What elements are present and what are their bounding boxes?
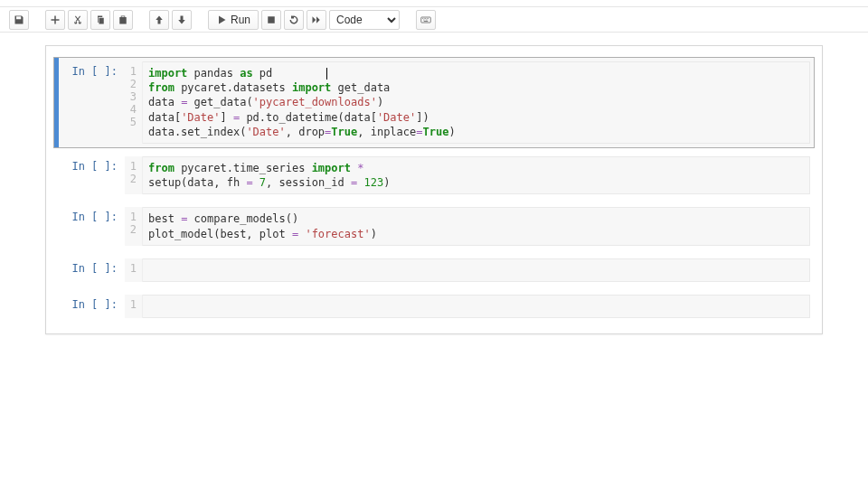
insert-cell-button[interactable] <box>45 10 65 30</box>
code-line: data = get_data('pycaret_downloads') <box>148 95 804 109</box>
input-prompt: In [ ]: <box>54 258 125 282</box>
cut-cell-button[interactable] <box>68 10 88 30</box>
code-line: plot_model(best, plot = 'forecast') <box>148 227 804 241</box>
copy-icon <box>95 14 106 25</box>
play-icon <box>216 14 227 25</box>
svg-rect-0 <box>268 16 275 23</box>
paste-cell-button[interactable] <box>113 10 133 30</box>
code-editor[interactable] <box>143 258 810 282</box>
code-line: data.set_index('Date', drop=True, inplac… <box>148 125 804 139</box>
code-line: from pycaret.datasets import get_data <box>148 80 804 95</box>
code-line: data['Date'] = pd.to_datetime(data['Date… <box>148 110 804 125</box>
restart-icon <box>288 14 299 25</box>
code-cell[interactable]: In [ ]:1 <box>53 290 815 323</box>
keyboard-icon <box>420 14 431 25</box>
input-prompt: In [ ]: <box>54 61 125 144</box>
code-line: setup(data, fh = 7, session_id = 123) <box>148 175 804 190</box>
copy-cell-button[interactable] <box>90 10 110 30</box>
menubar <box>0 0 868 7</box>
input-prompt: In [ ]: <box>54 207 125 245</box>
code-cell[interactable]: In [ ]:12345import pandas as pdfrom pyca… <box>53 57 815 148</box>
move-down-button[interactable] <box>172 10 192 30</box>
plus-icon <box>50 14 61 25</box>
notebook-container: In [ ]:12345import pandas as pdfrom pyca… <box>45 45 823 334</box>
line-number-gutter: 1 <box>125 258 143 282</box>
code-editor[interactable]: import pandas as pdfrom pycaret.datasets… <box>143 61 810 144</box>
code-cell[interactable]: In [ ]:12best = compare_models()plot_mod… <box>53 202 815 249</box>
code-cell[interactable]: In [ ]:12from pycaret.time_series import… <box>53 152 815 199</box>
command-palette-button[interactable] <box>416 10 436 30</box>
save-button[interactable] <box>9 10 29 30</box>
notebook-page: In [ ]:12345import pandas as pdfrom pyca… <box>0 33 868 347</box>
code-line: from pycaret.time_series import * <box>148 161 804 175</box>
stop-icon <box>266 14 277 25</box>
save-icon <box>14 14 24 25</box>
run-label: Run <box>231 14 250 26</box>
toolbar: Run Code Markdown Raw NBConvert Heading <box>0 7 868 33</box>
interrupt-button[interactable] <box>261 10 281 30</box>
code-line <box>148 263 804 277</box>
fast-forward-icon <box>311 14 322 25</box>
code-line <box>148 299 804 314</box>
paste-icon <box>118 14 128 25</box>
input-prompt: In [ ]: <box>54 156 125 194</box>
code-editor[interactable] <box>143 295 810 318</box>
restart-run-all-button[interactable] <box>307 10 326 30</box>
line-number-gutter: 12345 <box>125 61 143 144</box>
arrow-down-icon <box>176 14 187 25</box>
move-up-button[interactable] <box>149 10 169 30</box>
code-cell[interactable]: In [ ]:1 <box>53 254 815 286</box>
arrow-up-icon <box>154 14 165 25</box>
line-number-gutter: 12 <box>125 156 143 194</box>
code-editor[interactable]: from pycaret.time_series import *setup(d… <box>143 156 810 194</box>
line-number-gutter: 12 <box>125 207 143 245</box>
code-line: best = compare_models() <box>148 211 804 226</box>
restart-button[interactable] <box>284 10 304 30</box>
text-cursor <box>326 68 327 80</box>
scissors-icon <box>72 14 83 25</box>
line-number-gutter: 1 <box>125 295 143 318</box>
code-line: import pandas as pd <box>148 66 804 80</box>
code-editor[interactable]: best = compare_models()plot_model(best, … <box>143 207 810 245</box>
celltype-select[interactable]: Code Markdown Raw NBConvert Heading <box>329 10 400 30</box>
run-button[interactable]: Run <box>208 10 259 30</box>
input-prompt: In [ ]: <box>54 295 125 318</box>
